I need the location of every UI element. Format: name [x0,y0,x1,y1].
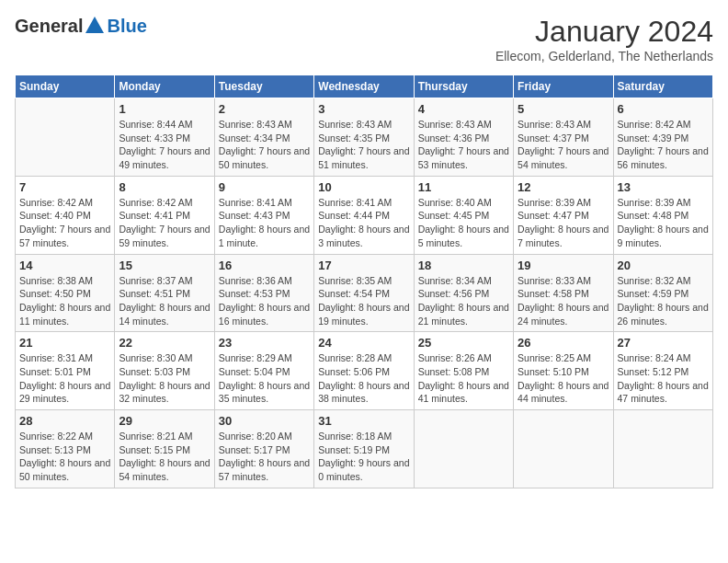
day-info: Sunrise: 8:21 AMSunset: 5:15 PMDaylight:… [119,430,210,484]
day-info: Sunrise: 8:43 AMSunset: 4:37 PMDaylight:… [518,118,609,172]
weekday-header: Tuesday [214,75,313,98]
day-info: Sunrise: 8:39 AMSunset: 4:47 PMDaylight:… [518,196,609,250]
calendar-week-row: 14Sunrise: 8:38 AMSunset: 4:50 PMDayligh… [16,254,713,332]
day-info: Sunrise: 8:41 AMSunset: 4:44 PMDaylight:… [318,196,409,250]
calendar-day-cell: 24Sunrise: 8:28 AMSunset: 5:06 PMDayligh… [314,332,414,410]
day-info: Sunrise: 8:26 AMSunset: 5:08 PMDaylight:… [418,351,509,406]
location-subtitle: Ellecom, Gelderland, The Netherlands [495,49,713,63]
calendar-day-cell: 30Sunrise: 8:20 AMSunset: 5:17 PMDayligh… [214,410,313,488]
day-info: Sunrise: 8:37 AMSunset: 4:51 PMDaylight:… [119,274,210,328]
day-info: Sunrise: 8:22 AMSunset: 5:13 PMDaylight:… [19,430,110,484]
day-info: Sunrise: 8:32 AMSunset: 4:59 PMDaylight:… [618,274,709,328]
day-number: 4 [418,102,509,116]
day-number: 26 [518,336,609,350]
weekday-header: Monday [115,75,214,98]
calendar-day-cell: 4Sunrise: 8:43 AMSunset: 4:36 PMDaylight… [414,98,513,177]
calendar-day-cell [613,410,712,488]
day-number: 30 [219,414,310,428]
calendar-day-cell: 13Sunrise: 8:39 AMSunset: 4:48 PMDayligh… [613,176,712,254]
calendar-day-cell: 31Sunrise: 8:18 AMSunset: 5:19 PMDayligh… [314,410,414,488]
day-number: 8 [119,180,210,194]
day-info: Sunrise: 8:42 AMSunset: 4:39 PMDaylight:… [618,118,709,172]
day-number: 5 [518,102,609,116]
day-info: Sunrise: 8:39 AMSunset: 4:48 PMDaylight:… [618,196,709,250]
logo-blue-text: Blue [107,16,146,37]
calendar-body: 1Sunrise: 8:44 AMSunset: 4:33 PMDaylight… [16,98,713,488]
calendar-day-cell: 27Sunrise: 8:24 AMSunset: 5:12 PMDayligh… [613,332,712,410]
calendar-day-cell: 3Sunrise: 8:43 AMSunset: 4:35 PMDaylight… [314,98,414,177]
title-block: January 2024 Ellecom, Gelderland, The Ne… [495,15,713,63]
logo-general-text: General [15,16,83,37]
day-number: 10 [318,180,409,194]
calendar-day-cell: 16Sunrise: 8:36 AMSunset: 4:53 PMDayligh… [214,254,313,332]
day-info: Sunrise: 8:35 AMSunset: 4:54 PMDaylight:… [318,274,409,328]
calendar-day-cell [16,98,115,177]
logo-icon [84,15,106,37]
calendar-day-cell: 20Sunrise: 8:32 AMSunset: 4:59 PMDayligh… [613,254,712,332]
calendar-day-cell: 18Sunrise: 8:34 AMSunset: 4:56 PMDayligh… [414,254,513,332]
day-number: 17 [318,259,409,272]
day-number: 1 [119,102,210,116]
day-number: 11 [418,180,509,194]
day-info: Sunrise: 8:42 AMSunset: 4:41 PMDaylight:… [119,196,210,250]
weekday-header: Wednesday [314,75,414,98]
day-number: 18 [418,259,509,272]
day-info: Sunrise: 8:24 AMSunset: 5:12 PMDaylight:… [618,351,709,406]
day-number: 29 [119,414,210,428]
calendar-day-cell: 8Sunrise: 8:42 AMSunset: 4:41 PMDaylight… [115,176,214,254]
calendar-day-cell: 19Sunrise: 8:33 AMSunset: 4:58 PMDayligh… [514,254,613,332]
calendar-day-cell: 2Sunrise: 8:43 AMSunset: 4:34 PMDaylight… [214,98,313,177]
calendar-day-cell: 23Sunrise: 8:29 AMSunset: 5:04 PMDayligh… [214,332,313,410]
day-info: Sunrise: 8:33 AMSunset: 4:58 PMDaylight:… [518,274,609,328]
calendar-day-cell: 10Sunrise: 8:41 AMSunset: 4:44 PMDayligh… [314,176,414,254]
day-number: 12 [518,180,609,194]
day-info: Sunrise: 8:43 AMSunset: 4:35 PMDaylight:… [318,118,409,172]
day-number: 28 [19,414,110,428]
calendar-day-cell: 12Sunrise: 8:39 AMSunset: 4:47 PMDayligh… [514,176,613,254]
day-number: 16 [219,259,310,272]
day-info: Sunrise: 8:42 AMSunset: 4:40 PMDaylight:… [19,196,110,250]
day-number: 15 [119,259,210,272]
weekday-row: SundayMondayTuesdayWednesdayThursdayFrid… [16,75,713,98]
calendar-day-cell: 28Sunrise: 8:22 AMSunset: 5:13 PMDayligh… [16,410,115,488]
calendar-day-cell: 14Sunrise: 8:38 AMSunset: 4:50 PMDayligh… [16,254,115,332]
day-number: 6 [618,102,709,116]
calendar-day-cell: 15Sunrise: 8:37 AMSunset: 4:51 PMDayligh… [115,254,214,332]
day-info: Sunrise: 8:18 AMSunset: 5:19 PMDaylight:… [318,430,409,484]
day-number: 24 [318,336,409,350]
day-info: Sunrise: 8:44 AMSunset: 4:33 PMDaylight:… [119,118,210,172]
month-year-title: January 2024 [495,15,713,49]
day-info: Sunrise: 8:43 AMSunset: 4:36 PMDaylight:… [418,118,509,172]
day-number: 31 [318,414,409,428]
calendar-week-row: 7Sunrise: 8:42 AMSunset: 4:40 PMDaylight… [16,176,713,254]
day-number: 23 [219,336,310,350]
calendar-day-cell: 6Sunrise: 8:42 AMSunset: 4:39 PMDaylight… [613,98,712,177]
calendar-week-row: 1Sunrise: 8:44 AMSunset: 4:33 PMDaylight… [16,98,713,177]
day-number: 27 [618,336,709,350]
day-number: 2 [219,102,310,116]
day-info: Sunrise: 8:31 AMSunset: 5:01 PMDaylight:… [19,351,110,406]
calendar-day-cell: 29Sunrise: 8:21 AMSunset: 5:15 PMDayligh… [115,410,214,488]
calendar-day-cell: 21Sunrise: 8:31 AMSunset: 5:01 PMDayligh… [16,332,115,410]
calendar-day-cell: 26Sunrise: 8:25 AMSunset: 5:10 PMDayligh… [514,332,613,410]
calendar-day-cell: 1Sunrise: 8:44 AMSunset: 4:33 PMDaylight… [115,98,214,177]
calendar-day-cell: 25Sunrise: 8:26 AMSunset: 5:08 PMDayligh… [414,332,513,410]
logo: General Blue [15,15,147,37]
calendar-day-cell: 7Sunrise: 8:42 AMSunset: 4:40 PMDaylight… [16,176,115,254]
page-header: General Blue January 2024 Ellecom, Gelde… [15,15,713,63]
day-number: 20 [618,259,709,272]
calendar-day-cell [514,410,613,488]
calendar-day-cell: 9Sunrise: 8:41 AMSunset: 4:43 PMDaylight… [214,176,313,254]
day-number: 21 [19,336,110,350]
weekday-header: Friday [514,75,613,98]
day-number: 9 [219,180,310,194]
day-info: Sunrise: 8:20 AMSunset: 5:17 PMDaylight:… [219,430,310,484]
day-info: Sunrise: 8:36 AMSunset: 4:53 PMDaylight:… [219,274,310,328]
day-number: 22 [119,336,210,350]
calendar-day-cell: 22Sunrise: 8:30 AMSunset: 5:03 PMDayligh… [115,332,214,410]
svg-marker-0 [85,17,104,33]
weekday-header: Saturday [613,75,712,98]
day-info: Sunrise: 8:28 AMSunset: 5:06 PMDaylight:… [318,351,409,406]
calendar-header: SundayMondayTuesdayWednesdayThursdayFrid… [16,75,713,98]
day-info: Sunrise: 8:38 AMSunset: 4:50 PMDaylight:… [19,274,110,328]
